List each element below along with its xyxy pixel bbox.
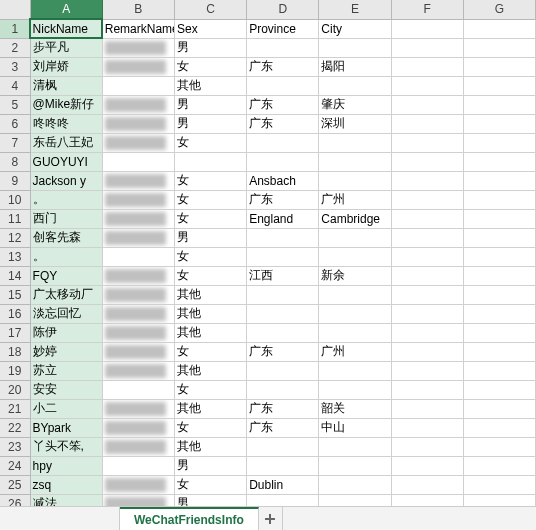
cell[interactable]	[463, 38, 535, 57]
cell[interactable]	[391, 475, 463, 494]
cell[interactable]: 女	[174, 247, 246, 266]
cell[interactable]: 其他	[174, 361, 246, 380]
row-header[interactable]: 22	[0, 418, 30, 437]
cell[interactable]: 其他	[174, 304, 246, 323]
row-header[interactable]: 23	[0, 437, 30, 456]
cell[interactable]: 女	[174, 57, 246, 76]
row-header[interactable]: 25	[0, 475, 30, 494]
cell[interactable]	[391, 323, 463, 342]
cell[interactable]: Jackson y	[30, 171, 102, 190]
cell[interactable]	[391, 418, 463, 437]
column-header-D[interactable]: D	[247, 0, 319, 19]
cell[interactable]	[247, 152, 319, 171]
cell[interactable]: 女	[174, 171, 246, 190]
cell[interactable]: 女	[174, 209, 246, 228]
cell[interactable]	[463, 57, 535, 76]
cell[interactable]: 减法	[30, 494, 102, 506]
cell[interactable]	[391, 95, 463, 114]
cell[interactable]: 广东	[247, 342, 319, 361]
cell[interactable]: 其他	[174, 76, 246, 95]
cell[interactable]	[247, 38, 319, 57]
cell[interactable]	[463, 133, 535, 152]
cell[interactable]	[247, 380, 319, 399]
row-header[interactable]: 9	[0, 171, 30, 190]
cell[interactable]: Ansbach	[247, 171, 319, 190]
row-header[interactable]: 1	[0, 19, 30, 38]
cell[interactable]: 其他	[174, 399, 246, 418]
row-header[interactable]: 14	[0, 266, 30, 285]
cell[interactable]: 广东	[247, 95, 319, 114]
cell[interactable]	[247, 285, 319, 304]
cell[interactable]: 韶关	[319, 399, 391, 418]
cell[interactable]: 步平凡	[30, 38, 102, 57]
cell[interactable]: 新余	[319, 266, 391, 285]
row-header[interactable]: 11	[0, 209, 30, 228]
row-header[interactable]: 5	[0, 95, 30, 114]
cell[interactable]: 男	[174, 95, 246, 114]
row-header[interactable]: 12	[0, 228, 30, 247]
cell[interactable]	[391, 247, 463, 266]
cell[interactable]: 陈伊	[30, 323, 102, 342]
column-header-F[interactable]: F	[391, 0, 463, 19]
cell[interactable]	[247, 361, 319, 380]
cell[interactable]	[463, 323, 535, 342]
row-header[interactable]: 18	[0, 342, 30, 361]
cell[interactable]	[102, 456, 174, 475]
cell[interactable]	[463, 437, 535, 456]
cell[interactable]: 深圳	[319, 114, 391, 133]
cell[interactable]	[391, 380, 463, 399]
cell[interactable]: 广东	[247, 418, 319, 437]
cell[interactable]	[463, 285, 535, 304]
cell[interactable]	[247, 323, 319, 342]
cell[interactable]	[319, 285, 391, 304]
cell[interactable]	[102, 266, 174, 285]
column-header-B[interactable]: B	[102, 0, 174, 19]
row-header[interactable]: 26	[0, 494, 30, 506]
cell[interactable]: 广东	[247, 57, 319, 76]
cell[interactable]	[391, 209, 463, 228]
cell[interactable]	[102, 323, 174, 342]
cell[interactable]: 广东	[247, 190, 319, 209]
cell[interactable]	[391, 342, 463, 361]
cell[interactable]: 肇庆	[319, 95, 391, 114]
cell[interactable]: 男	[174, 38, 246, 57]
cell[interactable]	[319, 437, 391, 456]
cell[interactable]	[463, 399, 535, 418]
cell[interactable]	[102, 76, 174, 95]
cell[interactable]	[319, 247, 391, 266]
cell[interactable]: 苏立	[30, 361, 102, 380]
cell[interactable]: RemarkName	[102, 19, 174, 38]
cell[interactable]: 女	[174, 266, 246, 285]
cell[interactable]	[463, 475, 535, 494]
cell[interactable]	[463, 418, 535, 437]
cell[interactable]	[391, 399, 463, 418]
row-header[interactable]: 21	[0, 399, 30, 418]
cell[interactable]: 女	[174, 342, 246, 361]
column-header-C[interactable]: C	[174, 0, 246, 19]
cell[interactable]: Province	[247, 19, 319, 38]
cell[interactable]: hpy	[30, 456, 102, 475]
cell[interactable]	[102, 475, 174, 494]
cell[interactable]: BYpark	[30, 418, 102, 437]
cell[interactable]	[391, 152, 463, 171]
sheet-tab-active[interactable]: WeChatFriendsInfo	[120, 507, 259, 530]
cell[interactable]: 男	[174, 494, 246, 506]
cell[interactable]: 淡忘回忆	[30, 304, 102, 323]
cell[interactable]	[463, 361, 535, 380]
cell[interactable]	[391, 190, 463, 209]
cell[interactable]: Sex	[174, 19, 246, 38]
cell[interactable]	[247, 456, 319, 475]
cell[interactable]	[319, 76, 391, 95]
cell[interactable]: 丫头不笨,	[30, 437, 102, 456]
add-sheet-button[interactable]	[259, 507, 283, 530]
cell[interactable]	[247, 247, 319, 266]
cell[interactable]	[102, 437, 174, 456]
cell[interactable]	[463, 494, 535, 506]
cell[interactable]: 男	[174, 114, 246, 133]
cell[interactable]: 江西	[247, 266, 319, 285]
cell[interactable]	[319, 494, 391, 506]
cell[interactable]	[391, 285, 463, 304]
cell[interactable]: 刘岸娇	[30, 57, 102, 76]
cell[interactable]	[463, 171, 535, 190]
cell[interactable]: Cambridge	[319, 209, 391, 228]
